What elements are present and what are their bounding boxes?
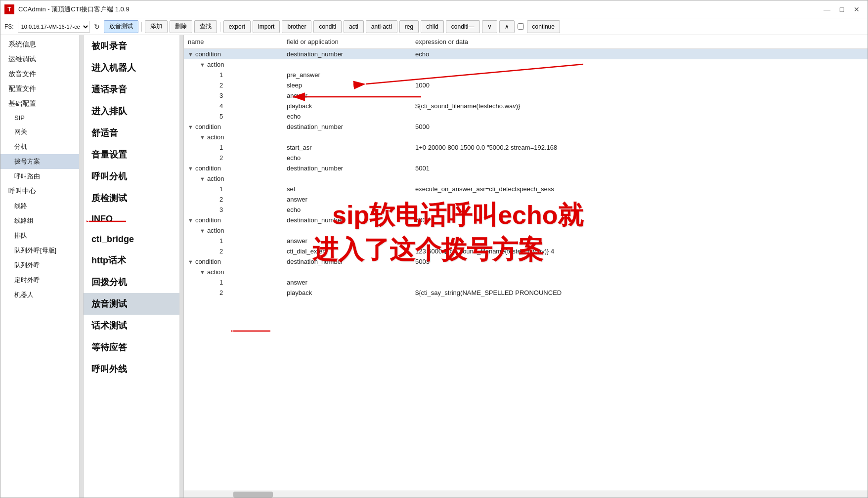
table-row[interactable]: 2cti_dial_exten123 5000 ${cti_sound_file… <box>184 246 868 256</box>
table-row[interactable]: ▼action <box>184 267 868 277</box>
child-button[interactable]: child <box>421 20 444 33</box>
search-button[interactable]: 查找 <box>194 20 217 33</box>
mid-item-script-test[interactable]: 话术测试 <box>84 315 179 336</box>
sidebar-item-queue-outbound-master[interactable]: 队列外呼[母版] <box>0 243 79 258</box>
sidebar-item-robot[interactable]: 机器人 <box>0 288 79 302</box>
table-row[interactable]: 1pre_answer <box>184 70 868 80</box>
sidebar-item-call-route[interactable]: 呼叫路由 <box>0 169 79 184</box>
sidebar-item-line-groups[interactable]: 线路组 <box>0 213 79 228</box>
fs-selector[interactable]: 10.0.16.17-VM-16-17-ce <box>18 21 90 33</box>
sidebar-item-dial-plan[interactable]: 拨号方案 <box>0 154 79 169</box>
action-app-cell: start_asr <box>283 142 411 153</box>
mid-item-quality-test[interactable]: 质检测试 <box>84 187 179 209</box>
sidebar-item-queue[interactable]: 排队 <box>0 228 79 243</box>
continue-checkbox[interactable] <box>518 23 524 30</box>
main-window: T CCAdmin - 顶顶通CTI接口客户端 1.0.9 — □ ✕ FS: … <box>0 0 868 498</box>
mid-item-enter-robot[interactable]: 进入机器人 <box>84 57 179 79</box>
expand-arrow[interactable]: ▼ <box>188 51 193 57</box>
acti-button[interactable]: acti <box>344 20 364 33</box>
mid-item-info[interactable]: INFO <box>84 209 179 229</box>
table-row[interactable]: ▼conditiondestination_number5001 <box>184 163 868 173</box>
conditi-button[interactable]: conditi <box>313 20 342 33</box>
anti-acti-button[interactable]: anti-acti <box>366 20 397 33</box>
scrollbar-thumb[interactable] <box>233 492 273 498</box>
table-row[interactable]: ▼action <box>184 225 868 236</box>
table-row[interactable]: ▼action <box>184 173 868 184</box>
delete-button[interactable]: 删除 <box>170 20 192 33</box>
expand-arrow[interactable]: ▼ <box>188 124 193 130</box>
expand-arrow[interactable]: ▼ <box>200 134 205 140</box>
brother-button[interactable]: brother <box>282 20 311 33</box>
sidebar-item-gateway[interactable]: 网关 <box>0 124 79 139</box>
reg-button[interactable]: reg <box>399 20 419 33</box>
mid-item-call-recording[interactable]: 通话录音 <box>84 79 179 100</box>
mid-item-play-test[interactable]: 放音测试 <box>84 293 179 315</box>
table-row[interactable]: 3echo <box>184 205 868 215</box>
mid-item-volume-setting[interactable]: 音量设置 <box>84 144 179 166</box>
mid-item-wait-answer[interactable]: 等待应答 <box>84 336 179 358</box>
action-data-cell: 1000 <box>411 80 868 90</box>
sidebar-item-call-center[interactable]: 呼叫中心 <box>0 184 79 199</box>
sidebar-item-lines[interactable]: 线路 <box>0 199 79 213</box>
export-button[interactable]: export <box>223 20 251 33</box>
sidebar-item-extension[interactable]: 分机 <box>0 139 79 154</box>
table-row[interactable]: ▼action <box>184 59 868 70</box>
mid-item-call-extension[interactable]: 呼叫分机 <box>84 166 179 187</box>
table-row[interactable]: ▼conditiondestination_number5000 <box>184 122 868 132</box>
action-data-cell: 1+0 20000 800 1500 0.0 "5000.2 stream=19… <box>411 142 868 153</box>
import-button[interactable]: import <box>253 20 280 33</box>
play-test-button[interactable]: 放音测试 <box>104 20 138 33</box>
sidebar-item-queue-outbound[interactable]: 队列外呼 <box>0 258 79 273</box>
mid-item-comfort-tone[interactable]: 舒适音 <box>84 122 179 144</box>
table-row[interactable]: 2echo <box>184 153 868 163</box>
table-row[interactable]: ▼conditiondestination_number5003 <box>184 256 868 267</box>
refresh-button[interactable]: ↻ <box>92 22 102 32</box>
table-row[interactable]: ▼action <box>184 132 868 142</box>
toolbar: FS: 10.0.16.17-VM-16-17-ce ↻ 放音测试 添加 删除 … <box>0 18 868 35</box>
table-row[interactable]: 2answer <box>184 194 868 205</box>
mid-item-callback-extension[interactable]: 回拨分机 <box>84 271 179 293</box>
continue-button[interactable]: continue <box>527 20 560 33</box>
horizontal-scrollbar[interactable] <box>184 491 868 498</box>
sort-down-button[interactable]: ∨ <box>482 20 497 33</box>
mid-item-enter-queue[interactable]: 进入排队 <box>84 100 179 122</box>
table-row[interactable]: 4playback${cti_sound_filename(testecho.w… <box>184 101 868 111</box>
table-row[interactable]: 5echo <box>184 111 868 122</box>
expand-arrow[interactable]: ▼ <box>188 217 193 223</box>
conditi2-button[interactable]: conditi— <box>446 20 480 33</box>
table-row[interactable]: ▼conditiondestination_number5002 <box>184 215 868 225</box>
expand-arrow[interactable]: ▼ <box>200 228 205 234</box>
minimize-button[interactable]: — <box>820 3 834 15</box>
expand-arrow[interactable]: ▼ <box>188 259 193 265</box>
expand-arrow[interactable]: ▼ <box>200 269 205 275</box>
action-app-cell: set <box>283 184 411 194</box>
mid-item-call-outbound[interactable]: 呼叫外线 <box>84 358 179 380</box>
sidebar-item-sys-info[interactable]: 系统信息 <box>0 37 79 52</box>
action-data-cell: 123 5000 ${cti_sound_filename(testecho.w… <box>411 246 868 256</box>
expand-arrow[interactable]: ▼ <box>200 176 205 182</box>
mid-item-recorded-call[interactable]: 被叫录音 <box>84 35 179 57</box>
add-button[interactable]: 添加 <box>145 20 168 33</box>
maximize-button[interactable]: □ <box>835 3 849 15</box>
expand-arrow[interactable]: ▼ <box>200 62 205 68</box>
sidebar-item-basic-config[interactable]: 基础配置 <box>0 96 79 111</box>
table-row[interactable]: 1answer <box>184 277 868 288</box>
table-row[interactable]: 2playback${cti_say_string(NAME_SPELLED P… <box>184 288 868 298</box>
sidebar-item-config-files[interactable]: 配置文件 <box>0 82 79 96</box>
table-row[interactable]: 1start_asr1+0 20000 800 1500 0.0 "5000.2… <box>184 142 868 153</box>
table-row[interactable]: 1setexecute_on_answer_asr=cti_detectspee… <box>184 184 868 194</box>
sidebar-item-ops-debug[interactable]: 运维调试 <box>0 52 79 67</box>
mid-item-cti-bridge[interactable]: cti_bridge <box>84 229 179 249</box>
mid-item-http-script[interactable]: http话术 <box>84 249 179 271</box>
sidebar-item-audio-files[interactable]: 放音文件 <box>0 67 79 82</box>
table-row[interactable]: 2sleep1000 <box>184 80 868 90</box>
expand-arrow[interactable]: ▼ <box>188 166 193 171</box>
sidebar-item-sip[interactable]: SIP <box>0 111 79 124</box>
condition-field-cell: destination_number <box>283 122 411 132</box>
table-row[interactable]: ▼conditiondestination_numberecho <box>184 49 868 60</box>
table-row[interactable]: 3answer <box>184 90 868 101</box>
sidebar-item-timer-outbound[interactable]: 定时外呼 <box>0 273 79 288</box>
table-row[interactable]: 1answer <box>184 236 868 246</box>
close-button[interactable]: ✕ <box>850 3 864 15</box>
sort-up-button[interactable]: ∧ <box>499 20 515 33</box>
